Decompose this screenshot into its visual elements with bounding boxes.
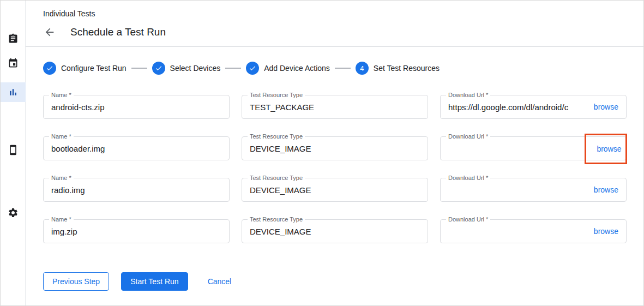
sidebar-item-devices[interactable] [1,140,26,160]
header-divider [26,46,643,47]
download-url-field-row-1[interactable]: Download Url * https://dl.google.com/dl/… [440,95,627,119]
field-label: Test Resource Type [248,175,305,181]
type-value: DEVICE_IMAGE [250,185,311,195]
header: Individual Tests Schedule a Test Run [26,1,643,46]
field-label: Download Url * [446,175,490,181]
type-field-row-1[interactable]: Test Resource Type TEST_PACKAGE [242,95,428,119]
sidebar-item-test-runs[interactable] [1,82,26,102]
breadcrumb: Individual Tests [43,9,643,18]
stepper: Configure Test Run Select Devices Add De… [43,62,627,75]
type-value: DEVICE_IMAGE [250,227,311,236]
step-label: Select Devices [170,64,221,73]
field-label: Test Resource Type [248,216,305,223]
main-panel: Individual Tests Schedule a Test Run Con… [26,1,643,305]
field-label: Download Url * [446,216,490,223]
step-label: Set Test Resources [374,64,440,73]
step-label: Add Device Actions [264,64,330,73]
name-field-row-2[interactable]: Name * bootloader.img [43,136,230,160]
start-test-run-button[interactable]: Start Test Run [121,272,188,291]
gear-icon [8,207,19,218]
name-field-row-4[interactable]: Name * img.zip [43,219,230,243]
name-value: radio.img [51,185,85,195]
type-value: DEVICE_IMAGE [250,144,311,153]
field-label: Name * [49,133,74,140]
back-button[interactable] [43,26,56,39]
field-label: Name * [49,175,74,181]
step-add-device-actions[interactable]: Add Device Actions [246,62,330,75]
smartphone-icon [8,145,19,155]
field-label: Download Url * [446,133,490,140]
type-value: TEST_PACKAGE [250,103,314,112]
field-label: Name * [49,216,74,223]
step-select-devices[interactable]: Select Devices [152,62,221,75]
name-field-row-3[interactable]: Name * radio.img [43,178,230,202]
browse-button[interactable]: browse [594,227,618,236]
browse-button[interactable]: browse [594,103,618,111]
check-icon [155,64,162,72]
bar-chart-icon [8,87,19,98]
stepper-connector [225,68,241,69]
type-field-row-4[interactable]: Test Resource Type DEVICE_IMAGE [242,219,428,243]
field-label: Download Url * [446,92,490,98]
back-arrow-icon [44,26,56,38]
step-complete-icon [246,62,259,75]
sidebar-item-tests[interactable] [1,29,26,49]
name-value: android-cts.zip [51,103,105,112]
step-set-test-resources[interactable]: 4 Set Test Resources [356,62,440,75]
test-resources-grid: Name * android-cts.zip Test Resource Typ… [43,95,627,243]
check-icon [46,64,53,72]
app-window: Individual Tests Schedule a Test Run Con… [0,0,644,306]
check-icon [249,64,256,72]
step-complete-icon [43,62,56,75]
sidebar-item-settings[interactable] [1,203,26,223]
step-number-badge: 4 [356,62,369,75]
name-field-row-1[interactable]: Name * android-cts.zip [43,95,230,119]
url-value: https://dl.google.com/dl/android/c [448,103,587,112]
browse-button[interactable]: browse [597,145,621,153]
type-field-row-2[interactable]: Test Resource Type DEVICE_IMAGE [242,136,428,160]
download-url-field-row-3[interactable]: Download Url * browse [440,178,627,202]
cancel-button[interactable]: Cancel [199,273,240,290]
download-url-field-row-4[interactable]: Download Url * browse [440,219,627,243]
stepper-connector [131,68,147,69]
sidebar [1,1,26,305]
field-label: Test Resource Type [248,92,305,98]
sidebar-item-schedules[interactable] [1,53,26,73]
calendar-icon [8,58,19,69]
stepper-connector [335,68,351,69]
field-label: Name * [49,92,74,98]
step-label: Configure Test Run [61,64,127,73]
step-complete-icon [152,62,165,75]
clipboard-icon [8,33,19,44]
title-row: Schedule a Test Run [43,26,643,46]
highlight-box: browse [585,134,627,164]
field-label: Test Resource Type [248,133,305,140]
type-field-row-3[interactable]: Test Resource Type DEVICE_IMAGE [242,178,428,202]
action-bar: Previous Step Start Test Run Cancel [43,272,627,291]
name-value: img.zip [51,227,77,236]
step-configure-test-run[interactable]: Configure Test Run [43,62,127,75]
previous-step-button[interactable]: Previous Step [43,272,109,291]
name-value: bootloader.img [51,144,105,153]
download-url-field-row-2[interactable]: Download Url * browse [440,136,627,160]
content: Configure Test Run Select Devices Add De… [26,62,643,291]
page-title: Schedule a Test Run [70,26,166,38]
browse-button[interactable]: browse [594,185,618,194]
